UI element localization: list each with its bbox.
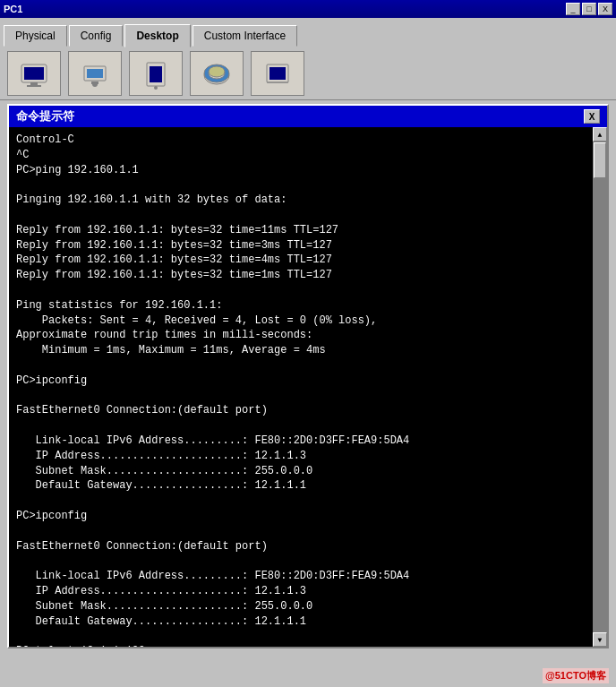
cmd-close-button[interactable]: X: [584, 109, 600, 124]
tab-physical[interactable]: Physical: [4, 25, 67, 47]
icon-5[interactable]: [251, 51, 304, 96]
icon-strip: [0, 47, 616, 100]
svg-rect-9: [150, 66, 162, 82]
maximize-button[interactable]: □: [582, 3, 596, 15]
scroll-up-button[interactable]: ▲: [593, 127, 607, 142]
scroll-down-button[interactable]: ▼: [593, 632, 607, 647]
svg-rect-1: [24, 67, 44, 80]
window-title: PC1: [4, 4, 22, 14]
terminal-wrapper: Control-C ^C PC>ping 192.160.1.1 Pinging…: [9, 127, 607, 647]
window-controls: _ □ X: [566, 3, 612, 15]
icon-3[interactable]: [129, 51, 183, 96]
cmd-title: 命令提示符: [16, 108, 74, 125]
close-window-button[interactable]: X: [598, 3, 612, 15]
svg-rect-3: [27, 85, 41, 87]
cmd-titlebar: 命令提示符 X: [9, 106, 607, 127]
cmd-window: 命令提示符 X Control-C ^C PC>ping 192.160.1.1…: [7, 104, 609, 648]
svg-rect-16: [270, 67, 286, 80]
tab-desktop[interactable]: Desktop: [124, 24, 190, 47]
watermark: @51CTO博客: [543, 668, 609, 683]
svg-rect-2: [30, 82, 38, 85]
icon-1[interactable]: [7, 51, 61, 96]
icon-4[interactable]: [190, 51, 244, 96]
tab-bar: Physical Config Desktop Custom Interface: [0, 18, 616, 47]
tab-custom-interface[interactable]: Custom Interface: [192, 25, 297, 47]
svg-rect-7: [91, 82, 98, 84]
scrollbar-thumb[interactable]: [594, 142, 606, 178]
terminal-output[interactable]: Control-C ^C PC>ping 192.160.1.1 Pinging…: [9, 127, 593, 647]
minimize-button[interactable]: _: [566, 3, 580, 15]
scrollbar-track[interactable]: [593, 142, 607, 632]
window-titlebar: PC1 _ □ X: [0, 0, 616, 18]
svg-point-14: [209, 66, 225, 77]
svg-point-10: [154, 86, 158, 90]
scrollbar: ▲ ▼: [593, 127, 607, 647]
svg-rect-5: [87, 69, 103, 78]
tab-config[interactable]: Config: [69, 25, 124, 47]
icon-2[interactable]: [68, 51, 122, 96]
